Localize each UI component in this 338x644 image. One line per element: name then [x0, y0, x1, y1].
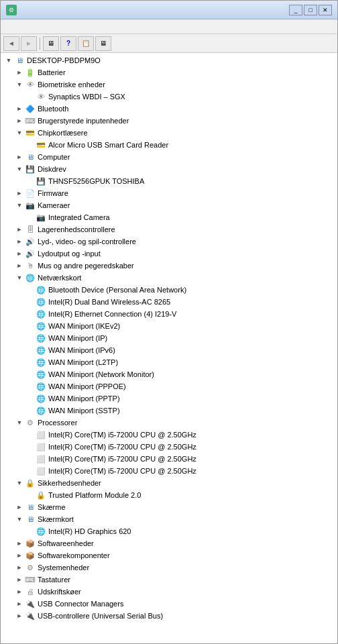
tree-item-biometric[interactable]: ▼👁Biometriske enheder	[1, 78, 337, 91]
tree-item-cpu2[interactable]: ⬜Intel(R) Core(TM) i5-7200U CPU @ 2.50GH…	[1, 441, 337, 453]
tree-item-root[interactable]: ▼🖥DESKTOP-PBDPM9O	[1, 54, 337, 66]
expander-input[interactable]: ►	[14, 115, 25, 126]
tree-item-wan4[interactable]: 🌐WAN Miniport (L2TP)	[1, 356, 337, 368]
tree-item-wan1[interactable]: 🌐WAN Miniport (IKEv2)	[1, 320, 337, 332]
tree-item-bluetooth[interactable]: ►🔷Bluetooth	[1, 103, 337, 115]
expander-wan8[interactable]	[25, 405, 36, 416]
tree-item-tpm[interactable]: 🔒Trusted Platform Module 2.0	[1, 489, 337, 501]
help-icon-button[interactable]: ?	[60, 36, 76, 51]
expander-wan5[interactable]	[25, 369, 36, 380]
tree-item-cpu4[interactable]: ⬜Intel(R) Core(TM) i5-7200U CPU @ 2.50GH…	[1, 465, 337, 477]
device-tree[interactable]: ▼🖥DESKTOP-PBDPM9O►🔋Batterier▼👁Biometrisk…	[1, 53, 337, 643]
tree-item-synaptics[interactable]: 👁Synaptics WBDI – SGX	[1, 91, 337, 103]
expander-proc[interactable]: ▼	[14, 417, 25, 428]
tree-item-intcam[interactable]: 📷Integrated Camera	[1, 211, 337, 223]
expander-mouse[interactable]: ►	[14, 260, 25, 271]
tree-item-gpu[interactable]: 🌐Intel(R) HD Graphics 620	[1, 525, 337, 537]
menu-filer[interactable]	[3, 25, 14, 28]
tree-item-wan5[interactable]: 🌐WAN Miniport (Network Monitor)	[1, 368, 337, 380]
computer-icon-button[interactable]: 🖥	[43, 36, 59, 51]
tree-item-softcomp[interactable]: ►📦Softwarekomponenter	[1, 549, 337, 561]
properties-button[interactable]: 📋	[78, 36, 94, 51]
forward-button[interactable]: ►	[21, 36, 37, 51]
expander-synaptics[interactable]	[25, 91, 36, 102]
tree-item-computer[interactable]: ►🖥Computer	[1, 151, 337, 163]
tree-item-firmware[interactable]: ►📄Firmware	[1, 187, 337, 199]
expander-intel_wifi[interactable]	[25, 297, 36, 307]
tree-item-cpu3[interactable]: ⬜Intel(R) Core(TM) i5-7200U CPU @ 2.50GH…	[1, 453, 337, 465]
expander-root[interactable]: ▼	[3, 55, 14, 66]
expander-wan2[interactable]	[25, 333, 36, 343]
expander-bluetooth[interactable]: ►	[14, 103, 25, 114]
tree-item-wan7[interactable]: 🌐WAN Miniport (PPTP)	[1, 392, 337, 405]
expander-biometric[interactable]: ▼	[14, 79, 25, 90]
expander-sysdev[interactable]: ►	[14, 562, 25, 573]
expander-cpu3[interactable]	[25, 453, 36, 464]
menu-handling[interactable]	[14, 25, 25, 28]
expander-monitor[interactable]: ►	[14, 502, 25, 513]
expander-security[interactable]: ▼	[14, 478, 25, 488]
expander-cpu2[interactable]	[25, 441, 36, 452]
expander-bt_net[interactable]	[25, 284, 36, 295]
menu-hjaelp[interactable]	[36, 25, 46, 28]
expander-wan3[interactable]	[25, 345, 36, 356]
back-button[interactable]: ◄	[3, 36, 19, 51]
tree-item-network[interactable]: ▼🌐Netværkskort	[1, 272, 337, 284]
expander-network[interactable]: ▼	[14, 272, 25, 283]
tree-item-soundout[interactable]: ►🔊Lydoutput og -input	[1, 248, 337, 260]
expander-intcam[interactable]	[25, 212, 36, 223]
tree-item-usb[interactable]: ►🔌USB-controllere (Universal Serial Bus)	[1, 610, 337, 622]
expander-print[interactable]: ►	[14, 586, 25, 597]
tree-item-wan2[interactable]: 🌐WAN Miniport (IP)	[1, 332, 337, 344]
expander-softdev[interactable]: ►	[14, 538, 25, 549]
expander-soundout[interactable]: ►	[14, 248, 25, 259]
tree-item-intel_eth[interactable]: 🌐Intel(R) Ethernet Connection (4) I219-V	[1, 308, 337, 320]
tree-item-wan8[interactable]: 🌐WAN Miniport (SSTP)	[1, 405, 337, 417]
maximize-button[interactable]: □	[304, 5, 317, 15]
expander-cpu4[interactable]	[25, 466, 36, 476]
monitor-button[interactable]: 🖥	[95, 36, 111, 51]
expander-toshiba[interactable]	[25, 176, 36, 186]
expander-usb[interactable]: ►	[14, 610, 25, 621]
expander-gpu[interactable]	[25, 526, 36, 537]
expander-usbcon[interactable]: ►	[14, 598, 25, 609]
expander-gpu_grp[interactable]: ▼	[14, 514, 25, 525]
tree-item-mouse[interactable]: ►🖱Mus og andre pegeredskaber	[1, 260, 337, 272]
tree-item-wan3[interactable]: 🌐WAN Miniport (IPv6)	[1, 344, 337, 356]
expander-tpm[interactable]	[25, 490, 36, 500]
minimize-button[interactable]: _	[289, 5, 302, 15]
expander-storage[interactable]: ►	[14, 224, 25, 235]
tree-item-gpu_grp[interactable]: ▼🖥Skærmkort	[1, 513, 337, 525]
tree-item-sysdev[interactable]: ►⚙Systemenheder	[1, 561, 337, 574]
tree-item-storage[interactable]: ►🗄Lagerenhedscontrollere	[1, 223, 337, 235]
tree-item-alcor[interactable]: 💳Alcor Micro USB Smart Card Reader	[1, 139, 337, 151]
expander-chip[interactable]: ▼	[14, 127, 25, 138]
tree-item-sound[interactable]: ►🔊Lyd-, video- og spil-controllere	[1, 235, 337, 248]
expander-wan6[interactable]	[25, 381, 36, 392]
expander-keyboard[interactable]: ►	[14, 574, 25, 585]
expander-cpu1[interactable]	[25, 429, 36, 440]
tree-item-usbcon[interactable]: ►🔌USB Connector Managers	[1, 598, 337, 610]
tree-item-security[interactable]: ▼🔒Sikkerhedsenheder	[1, 477, 337, 489]
tree-item-wan6[interactable]: 🌐WAN Miniport (PPPOE)	[1, 380, 337, 392]
tree-item-cpu1[interactable]: ⬜Intel(R) Core(TM) i5-7200U CPU @ 2.50GH…	[1, 429, 337, 441]
tree-item-bt_net[interactable]: 🌐Bluetooth Device (Personal Area Network…	[1, 284, 337, 296]
tree-item-intel_wifi[interactable]: 🌐Intel(R) Dual Band Wireless-AC 8265	[1, 296, 337, 308]
expander-wan1[interactable]	[25, 321, 36, 331]
tree-item-input[interactable]: ►⌨Brugerstyrede inputenheder	[1, 115, 337, 127]
expander-wan4[interactable]	[25, 357, 36, 368]
tree-item-keyboard[interactable]: ►⌨Tastaturer	[1, 574, 337, 586]
tree-item-camera[interactable]: ▼📷Kameraer	[1, 199, 337, 211]
expander-softcomp[interactable]: ►	[14, 550, 25, 561]
expander-intel_eth[interactable]	[25, 309, 36, 319]
expander-disk[interactable]: ▼	[14, 164, 25, 174]
tree-item-toshiba[interactable]: 💾THNSF5256GPUK TOSHIBA	[1, 175, 337, 187]
expander-firmware[interactable]: ►	[14, 188, 25, 199]
expander-battery[interactable]: ►	[14, 67, 25, 78]
menu-vis[interactable]	[25, 25, 36, 28]
expander-sound[interactable]: ►	[14, 236, 25, 247]
expander-camera[interactable]: ▼	[14, 200, 25, 211]
expander-alcor[interactable]	[25, 140, 36, 150]
tree-item-disk[interactable]: ▼💾Diskdrev	[1, 163, 337, 175]
close-button[interactable]: ✕	[319, 5, 332, 15]
